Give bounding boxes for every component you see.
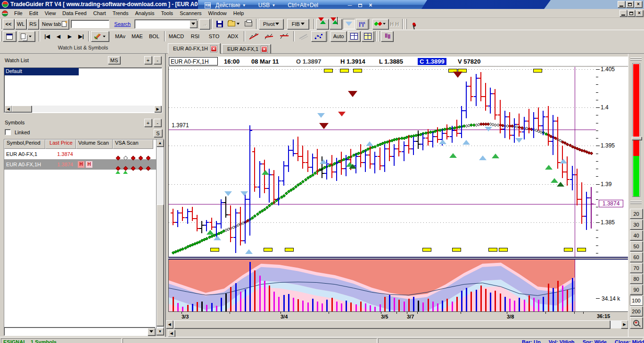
toolbar-grip[interactable] <box>405 19 407 29</box>
go-button[interactable]: → <box>199 19 210 29</box>
symbols-add-button[interactable]: + <box>144 119 152 127</box>
scroll-right-button[interactable]: ▶ <box>154 106 161 112</box>
column-header[interactable]: Symbol,Period <box>4 139 45 149</box>
vsa-signals-button[interactable] <box>316 19 329 29</box>
watchlist-item-default[interactable]: Default <box>4 68 79 75</box>
trend-tool-2-button[interactable] <box>262 31 277 41</box>
symbols-vscrollbar[interactable]: ▲ ▼ <box>156 139 164 335</box>
collapse-panel-button[interactable]: << <box>3 19 14 29</box>
search-link[interactable]: Search <box>114 21 131 27</box>
goto-last-bar-button[interactable]: ▶| <box>75 31 87 41</box>
sidebar-grip[interactable] <box>630 203 642 204</box>
fib-dropdown[interactable]: FIB <box>287 19 309 29</box>
menu-data-feed[interactable]: Data Feed <box>59 9 90 17</box>
indicator-rsi-button[interactable]: RSI <box>186 31 205 41</box>
scroll-left-button[interactable]: ◀ <box>5 106 12 112</box>
menu-trends[interactable]: Trends <box>109 9 132 17</box>
remote-ctrl-alt-del[interactable]: Ctrl+Alt+Del <box>288 2 318 8</box>
symbol-entry-combobox[interactable] <box>4 327 156 336</box>
linked-checkbox[interactable] <box>5 129 11 135</box>
menu-scanners[interactable]: Scanners <box>176 9 205 17</box>
auto-scale-button[interactable]: Auto <box>330 31 347 41</box>
mdi-close-button[interactable]: × <box>636 10 643 16</box>
bars-count-50-button[interactable]: 50 <box>630 241 643 251</box>
pin-chart-button[interactable] <box>408 19 420 29</box>
watchlist-button[interactable]: WL <box>15 19 26 29</box>
bars-count-200-button[interactable]: 200 <box>630 306 643 316</box>
chart-symbol-box[interactable]: EUR A0-FX,1H <box>169 57 218 65</box>
pin-toolbar-icon[interactable]: +H <box>205 2 211 8</box>
new-tab-button[interactable]: New tab ✶ <box>40 19 69 29</box>
menu-help[interactable]: Help <box>230 9 248 17</box>
secondary-scroll-left-button[interactable]: ◀ <box>168 330 175 337</box>
scroll-up-button[interactable]: ▲ <box>157 139 164 147</box>
menu-file[interactable]: File <box>11 9 26 17</box>
scatter-tool-button[interactable] <box>311 31 326 41</box>
markers-toggle-button[interactable] <box>343 19 355 29</box>
symbol-combobox[interactable] <box>134 19 198 29</box>
menu-view[interactable]: View <box>41 9 59 17</box>
volume-axis[interactable]: 34.14 k <box>596 260 628 311</box>
tab-eur-a0-fx-1[interactable]: EUR A0-FX,1× <box>222 44 271 54</box>
menu-tools[interactable]: Tools <box>157 9 176 17</box>
bars-count-90-button[interactable]: 90 <box>630 285 643 294</box>
toolbar-grip[interactable] <box>0 31 2 41</box>
ms-button[interactable]: MS <box>108 56 120 64</box>
cursor-line[interactable] <box>575 67 575 257</box>
minimize-button[interactable] <box>618 1 625 8</box>
remote-restore-button[interactable] <box>355 1 365 9</box>
tab-eur-a0-fx-1h[interactable]: EUR A0-FX,1H× <box>168 43 220 54</box>
bars-count-40-button[interactable]: 40 <box>630 230 643 240</box>
s-button[interactable]: S <box>154 129 162 137</box>
bars-count-30-button[interactable]: 30 <box>630 220 643 229</box>
table-row[interactable]: EUR A0-FX,1H1.3874HH <box>4 159 156 170</box>
remote-minimize-button[interactable]: ─ <box>345 1 355 9</box>
chart-hscrollbar[interactable]: ◀ ▶ <box>166 320 628 328</box>
tab-close-icon[interactable]: × <box>211 46 217 52</box>
indicator-mae-button[interactable]: MAE <box>129 31 146 41</box>
menu-edit[interactable]: Edit <box>26 9 41 17</box>
menu-analysis[interactable]: Analysis <box>132 9 157 17</box>
indicator-macd-button[interactable]: MACD <box>167 31 186 41</box>
remote-close-button[interactable]: × <box>365 1 376 9</box>
trend-tool-1-button[interactable] <box>247 31 262 41</box>
bars-count-20-button[interactable]: 20 <box>630 209 643 219</box>
symbols-remove-button[interactable]: - <box>154 119 161 127</box>
copy-chart-button[interactable] <box>18 31 35 41</box>
scroll-right-button[interactable]: ▶ <box>621 320 628 328</box>
remote-action-menu[interactable]: Действие▼ <box>215 2 246 8</box>
scroll-thumb[interactable] <box>174 320 610 328</box>
save-button[interactable] <box>214 19 225 29</box>
watchlist-hscrollbar[interactable]: ◀ ▶ <box>5 106 161 112</box>
price-pane[interactable]: 1.3971 <box>168 67 596 257</box>
toolbar-grip[interactable] <box>0 19 2 29</box>
price-axis[interactable]: 1.4051.41.3951.391.3851.3874 <box>596 67 628 257</box>
bars-count-80-button[interactable]: 80 <box>630 274 643 284</box>
bars-count-60-button[interactable]: 60 <box>630 252 643 262</box>
scroll-thumb[interactable] <box>157 204 164 326</box>
open-button[interactable] <box>225 19 242 29</box>
volume-bars-button[interactable] <box>381 31 393 41</box>
sidebar-grip[interactable] <box>630 57 642 59</box>
step-forward-button[interactable]: ▶ <box>64 31 75 41</box>
mdi-restore-button[interactable] <box>627 10 635 16</box>
bars-count-70-button[interactable]: 70 <box>630 263 643 273</box>
remote-usb-menu[interactable]: USB▼ <box>258 2 276 8</box>
grid-layout-button[interactable] <box>348 31 360 41</box>
watchlist-listbox[interactable]: Default ◀ ▶ <box>4 67 162 113</box>
bars-display-button[interactable]: |¹|¹ <box>356 19 368 29</box>
symbol-search-input[interactable] <box>71 20 109 28</box>
zoom-button[interactable] <box>630 317 643 328</box>
sidebar-grip[interactable] <box>630 201 642 202</box>
trend-tool-3-button[interactable] <box>277 31 292 41</box>
column-header[interactable]: VSA Scan <box>113 139 153 149</box>
volume-pane[interactable] <box>168 260 596 311</box>
indicator-sto-button[interactable]: STO <box>205 31 223 41</box>
meter-slider-handle[interactable] <box>632 137 642 140</box>
indicator-settings-dropdown[interactable] <box>91 31 109 41</box>
bars-count-100-button[interactable]: 100 <box>630 295 643 305</box>
realtime-scanner-button[interactable]: RS <box>27 19 39 29</box>
print-button[interactable] <box>242 19 255 29</box>
tab-close-icon[interactable]: × <box>261 46 267 52</box>
goto-first-bar-button[interactable]: |◀ <box>41 31 53 41</box>
